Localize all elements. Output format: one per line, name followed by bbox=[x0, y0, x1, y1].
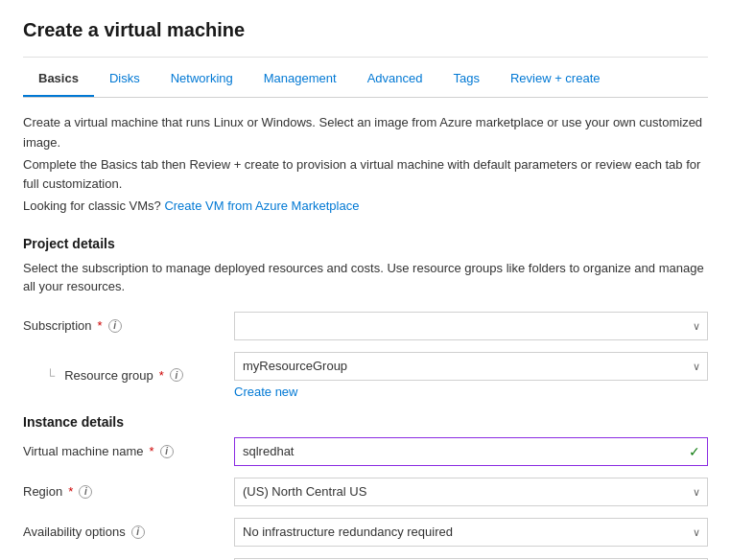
subscription-label: Subscription bbox=[23, 318, 92, 333]
description-line3: Looking for classic VMs? Create VM from … bbox=[23, 197, 708, 217]
vm-name-control: ✓ bbox=[234, 437, 708, 466]
resource-group-control: myResourceGroup ∨ Create new bbox=[234, 352, 708, 399]
tab-tags[interactable]: Tags bbox=[437, 61, 494, 97]
vm-name-info-icon[interactable]: i bbox=[160, 445, 174, 458]
subscription-control: ∨ bbox=[234, 312, 708, 340]
resource-group-select-wrapper: myResourceGroup ∨ bbox=[234, 352, 708, 381]
tab-basics[interactable]: Basics bbox=[23, 61, 94, 97]
project-details-desc: Select the subscription to manage deploy… bbox=[23, 259, 708, 296]
region-select-wrapper: (US) North Central US ∨ bbox=[234, 478, 708, 506]
vm-name-input[interactable] bbox=[234, 437, 708, 466]
resource-group-connector: └ bbox=[46, 368, 55, 383]
region-control: (US) North Central US ∨ bbox=[234, 478, 708, 506]
availability-control: No infrastructure redundancy required ∨ bbox=[234, 518, 708, 547]
tab-networking[interactable]: Networking bbox=[155, 61, 248, 97]
vm-name-row: Virtual machine name * i ✓ bbox=[23, 437, 708, 466]
subscription-required: * bbox=[98, 318, 103, 333]
subscription-label-col: Subscription * i bbox=[23, 318, 234, 333]
create-new-resource-group-link[interactable]: Create new bbox=[234, 385, 297, 399]
create-vm-marketplace-link[interactable]: Create VM from Azure Marketplace bbox=[164, 198, 359, 213]
vm-name-input-wrapper: ✓ bbox=[234, 437, 708, 466]
resource-group-label: Resource group bbox=[64, 368, 153, 383]
availability-select-wrapper: No infrastructure redundancy required ∨ bbox=[234, 518, 708, 547]
availability-row: Availability options i No infrastructure… bbox=[23, 518, 708, 547]
page-container: Create a virtual machine Basics Disks Ne… bbox=[0, 0, 731, 560]
tab-advanced[interactable]: Advanced bbox=[352, 61, 438, 97]
subscription-info-icon[interactable]: i bbox=[108, 319, 122, 333]
subscription-row: Subscription * i ∨ bbox=[23, 312, 708, 340]
subscription-select-wrapper: ∨ bbox=[234, 312, 708, 340]
availability-label: Availability options bbox=[23, 525, 126, 539]
resource-group-row: └ Resource group * i myResourceGroup ∨ C… bbox=[23, 352, 708, 399]
project-details-section: Project details Select the subscription … bbox=[23, 236, 708, 399]
tab-management[interactable]: Management bbox=[248, 61, 352, 97]
availability-label-col: Availability options i bbox=[23, 525, 234, 539]
resource-group-select[interactable]: myResourceGroup bbox=[234, 352, 708, 381]
tab-review-create[interactable]: Review + create bbox=[495, 61, 616, 97]
resource-group-required: * bbox=[159, 368, 164, 383]
vm-name-label-col: Virtual machine name * i bbox=[23, 444, 234, 458]
tab-disks[interactable]: Disks bbox=[94, 61, 155, 97]
description-section: Create a virtual machine that runs Linux… bbox=[23, 113, 708, 217]
tabs-nav: Basics Disks Networking Management Advan… bbox=[23, 58, 708, 98]
resource-group-info-icon[interactable]: i bbox=[170, 368, 183, 382]
availability-select[interactable]: No infrastructure redundancy required bbox=[234, 518, 708, 547]
classic-vm-prefix: Looking for classic VMs? bbox=[23, 198, 161, 213]
instance-details-section: Instance details Virtual machine name * … bbox=[23, 414, 708, 560]
vm-name-required: * bbox=[150, 444, 154, 458]
page-title: Create a virtual machine bbox=[23, 19, 708, 58]
region-label-col: Region * i bbox=[23, 484, 234, 499]
region-required: * bbox=[68, 484, 73, 499]
region-select[interactable]: (US) North Central US bbox=[234, 478, 708, 506]
region-label: Region bbox=[23, 484, 62, 499]
region-info-icon[interactable]: i bbox=[79, 485, 92, 499]
availability-info-icon[interactable]: i bbox=[131, 525, 145, 539]
subscription-select[interactable] bbox=[234, 312, 708, 340]
project-details-title: Project details bbox=[23, 236, 708, 251]
description-line2: Complete the Basics tab then Review + cr… bbox=[23, 155, 708, 196]
resource-group-label-col: └ Resource group * i bbox=[23, 368, 234, 383]
description-line1: Create a virtual machine that runs Linux… bbox=[23, 113, 708, 153]
vm-name-label: Virtual machine name bbox=[23, 444, 144, 458]
instance-details-title: Instance details bbox=[23, 414, 708, 430]
region-row: Region * i (US) North Central US ∨ bbox=[23, 478, 708, 506]
